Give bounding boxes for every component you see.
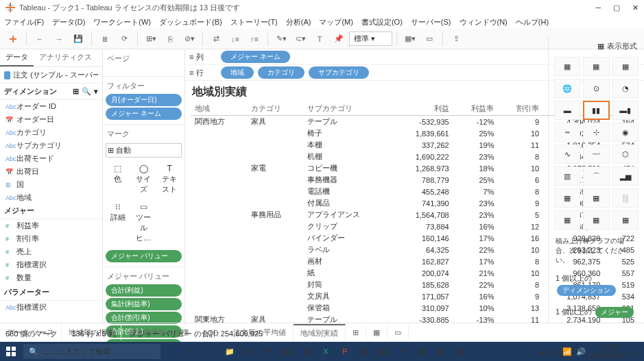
viz-type-icon[interactable]: ⊙	[583, 79, 609, 98]
onedrive-icon[interactable]: ☁	[539, 347, 547, 356]
search-icon[interactable]: 🔍	[82, 87, 91, 96]
present-icon[interactable]: ▭	[420, 32, 438, 47]
viz-type-icon[interactable]: ▦	[554, 57, 580, 76]
marks-text[interactable]: Tテキスト	[157, 160, 182, 197]
viz-type-icon[interactable]: ▦	[554, 188, 580, 208]
system-tray[interactable]: ^ ☁ あ 📶 🔊 16:552020/04/02 ▭	[526, 343, 644, 360]
clear-icon[interactable]: ⊘▾	[180, 32, 198, 47]
menu-analysis[interactable]: 分析(A)	[286, 17, 311, 27]
taskview-icon[interactable]: ⊞	[182, 343, 200, 360]
tableau-icon[interactable]: ✦	[394, 343, 412, 360]
dimension-field[interactable]: Abc地域	[0, 191, 102, 203]
maximize-icon[interactable]: ▢	[613, 3, 620, 12]
menu-help[interactable]: ヘルプ(H)	[516, 17, 549, 27]
viz-type-icon[interactable]: ▦	[583, 57, 609, 76]
viz-type-icon[interactable]: ◉	[612, 123, 639, 142]
close-icon[interactable]: ✕	[632, 3, 639, 12]
new-story-icon[interactable]: ▭	[387, 325, 409, 340]
viz-type-icon[interactable]: ▂▅	[612, 166, 639, 186]
volume-icon[interactable]: 🔊	[576, 347, 586, 356]
column-header[interactable]: 地域	[191, 102, 247, 116]
app-icon[interactable]: ▦	[432, 343, 450, 360]
excel-icon[interactable]: X	[317, 343, 335, 360]
measure-field[interactable]: #数量	[0, 271, 102, 284]
labels-icon[interactable]: T	[311, 32, 329, 47]
column-header[interactable]: 割引率	[498, 102, 543, 116]
viz-type-icon[interactable]: ▬▮	[612, 101, 639, 120]
taskbar-clock[interactable]: 16:552020/04/02	[590, 343, 628, 360]
tab-analytics[interactable]: アナリティクス	[34, 49, 97, 66]
viz-type-icon[interactable]: ▦	[612, 210, 639, 229]
sort-desc-icon[interactable]: ↑≡	[246, 32, 263, 47]
col-pill[interactable]: メジャー ネーム	[221, 51, 290, 63]
parameter-field[interactable]: Abc指標選択	[0, 301, 102, 314]
dimension-field[interactable]: Abc出荷モード	[0, 152, 102, 165]
viz-type-icon[interactable]: ▦	[583, 210, 609, 229]
app-icon[interactable]: ▦	[413, 343, 431, 360]
minimize-icon[interactable]: ─	[595, 3, 601, 12]
viz-type-icon[interactable]: ▦	[554, 210, 580, 229]
dimension-field[interactable]: 📅出荷日	[0, 165, 102, 178]
sheet-tab-active[interactable]: 地域別実績	[294, 324, 346, 341]
menu-map[interactable]: マップ(M)	[319, 17, 353, 27]
menu-file[interactable]: ファイル(F)	[4, 17, 44, 27]
edge-icon[interactable]: e	[202, 343, 219, 360]
forward-icon[interactable]: →	[50, 32, 68, 47]
row-pill[interactable]: 地域	[221, 66, 254, 79]
marks-type-select[interactable]: ⊞ 自動	[106, 143, 182, 158]
dimension-field[interactable]: ⊞国	[0, 178, 102, 191]
viz-type-icon[interactable]: ▦	[583, 188, 609, 208]
measure-field[interactable]: #指標選択	[0, 258, 102, 271]
notifications-icon[interactable]: ▭	[632, 347, 639, 356]
viz-type-icon[interactable]: ▥	[554, 166, 580, 186]
measure-value-pill[interactable]: 集計(利益率)	[106, 298, 182, 310]
tableau-home-icon[interactable]	[4, 32, 22, 47]
menu-story[interactable]: ストーリー(T)	[230, 17, 278, 27]
viz-type-icon[interactable]: ⌒	[583, 166, 609, 186]
marks-tooltip[interactable]: ▭ツールヒ…	[132, 199, 156, 246]
back-icon[interactable]: ←	[31, 32, 49, 47]
marks-pill[interactable]: メジャー バリュー	[106, 250, 182, 262]
menu-window[interactable]: ウィンドウ(N)	[460, 17, 508, 27]
sort-asc-icon[interactable]: ↓≡	[226, 32, 244, 47]
swap-icon[interactable]: ⇄	[207, 32, 225, 47]
viz-type-icon[interactable]: ▮▮	[583, 101, 609, 120]
menu-dashboard[interactable]: ダッシュボード(B)	[159, 17, 222, 27]
column-header[interactable]: 利益率	[453, 102, 499, 116]
filter-pill[interactable]: 月(オーダー日)	[106, 94, 182, 106]
menu-server[interactable]: サーバー(S)	[411, 17, 451, 27]
dimension-field[interactable]: Abcサブカテゴリ	[0, 139, 102, 152]
dimension-field[interactable]: Abcカテゴリ	[0, 126, 102, 139]
marks-color[interactable]: ⬚色	[106, 160, 130, 197]
viz-type-icon[interactable]: ∿	[554, 145, 580, 164]
wifi-icon[interactable]: 📶	[562, 347, 572, 356]
viz-type-icon[interactable]: ▬	[554, 101, 580, 120]
save-icon[interactable]: 💾	[69, 32, 87, 47]
app-icon[interactable]: ▦	[451, 343, 469, 360]
show-me-header[interactable]: ▦表示形式	[551, 38, 641, 54]
column-header[interactable]: サブカテゴリ	[303, 102, 392, 116]
highlight-icon[interactable]: ✎▾	[272, 32, 290, 47]
refresh-icon[interactable]: ⟳	[115, 32, 133, 47]
new-sheet-icon[interactable]: ⊞▾	[142, 32, 160, 47]
chrome-icon[interactable]: ◉	[355, 343, 373, 360]
dimension-field[interactable]: 📅オーダー日	[0, 113, 102, 126]
measure-value-pill[interactable]: 合計(利益)	[106, 284, 182, 297]
showcards-icon[interactable]: ▦▾	[401, 32, 419, 47]
tray-up-icon[interactable]: ^	[532, 347, 535, 356]
mail-icon[interactable]: ✉	[259, 343, 277, 360]
viz-type-icon[interactable]: ⊹	[583, 123, 609, 142]
powerpoint-icon[interactable]: P	[336, 343, 354, 360]
row-pill[interactable]: サブカテゴリ	[309, 66, 369, 79]
group-icon[interactable]: ⊂▾	[291, 32, 309, 47]
share-icon[interactable]: ⇪	[447, 32, 465, 47]
start-button[interactable]	[0, 347, 22, 356]
app-icon[interactable]: ▦	[298, 343, 315, 360]
tab-data[interactable]: データ	[0, 49, 34, 66]
app-icon[interactable]: ▦	[278, 343, 296, 360]
datasource-item[interactable]: 注文 (サンプル - スーパースト…	[0, 67, 102, 84]
taskbar-search[interactable]: 🔍ここに入力して検索	[23, 344, 160, 359]
new-sheet-icon[interactable]: ⊞	[346, 325, 366, 340]
viz-type-icon[interactable]: 〰	[583, 145, 609, 164]
viz-type-icon[interactable]: ▦	[612, 57, 639, 76]
